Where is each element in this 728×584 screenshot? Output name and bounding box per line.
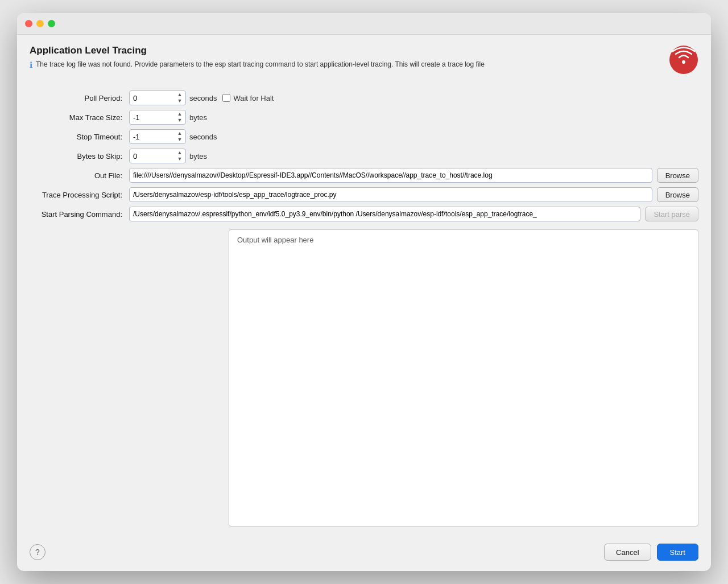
trace-processing-browse-button[interactable]: Browse bbox=[657, 187, 698, 202]
info-icon: ℹ bbox=[30, 60, 32, 69]
maximize-button[interactable] bbox=[48, 20, 55, 27]
bytes-to-skip-unit: bytes bbox=[189, 152, 207, 161]
bytes-to-skip-spinner: ▲ ▼ bbox=[129, 149, 186, 163]
header-left: Application Level Tracing ℹ The trace lo… bbox=[30, 45, 669, 69]
bytes-to-skip-label: Bytes to Skip: bbox=[30, 152, 129, 161]
output-section: Output will appear here bbox=[30, 227, 698, 527]
wait-for-halt-checkbox[interactable] bbox=[222, 94, 230, 102]
close-button[interactable] bbox=[25, 20, 32, 27]
poll-period-spinner-btns: ▲ ▼ bbox=[175, 92, 185, 104]
max-trace-size-row: Max Trace Size: ▲ ▼ bytes bbox=[30, 108, 698, 127]
output-label-spacer bbox=[30, 227, 129, 527]
out-file-input-group: Browse bbox=[129, 168, 698, 183]
wait-for-halt-group: Wait for Halt bbox=[222, 94, 274, 102]
stop-timeout-input-group: ▲ ▼ seconds bbox=[129, 129, 217, 144]
max-trace-size-decrement[interactable]: ▼ bbox=[175, 117, 185, 124]
out-file-browse-button[interactable]: Browse bbox=[657, 168, 698, 183]
trace-processing-input[interactable] bbox=[129, 187, 652, 202]
stop-timeout-increment[interactable]: ▲ bbox=[175, 130, 185, 137]
trace-processing-input-group: Browse bbox=[129, 187, 698, 202]
poll-period-input-group: ▲ ▼ seconds Wait for Halt bbox=[129, 91, 274, 105]
svg-point-1 bbox=[682, 60, 685, 64]
out-file-label: Out File: bbox=[30, 171, 129, 180]
wait-for-halt-label: Wait for Halt bbox=[233, 94, 274, 102]
output-textarea[interactable]: Output will appear here bbox=[229, 229, 698, 527]
start-button[interactable]: Start bbox=[657, 544, 698, 561]
trace-processing-row: Trace Processing Script: Browse bbox=[30, 185, 698, 204]
action-buttons: Cancel Start bbox=[604, 544, 698, 561]
bytes-to-skip-input-group: ▲ ▼ bytes bbox=[129, 149, 207, 163]
start-parsing-input-group: Start parse bbox=[129, 207, 698, 221]
stop-timeout-unit: seconds bbox=[189, 133, 217, 141]
form-section: Poll Period: ▲ ▼ seconds Wait for Halt bbox=[30, 88, 698, 224]
main-window: Application Level Tracing ℹ The trace lo… bbox=[17, 13, 711, 571]
stop-timeout-spinner-btns: ▲ ▼ bbox=[175, 130, 185, 143]
stop-timeout-decrement[interactable]: ▼ bbox=[175, 137, 185, 143]
poll-period-increment[interactable]: ▲ bbox=[175, 92, 185, 98]
poll-period-unit: seconds bbox=[189, 94, 217, 102]
cancel-button[interactable]: Cancel bbox=[604, 544, 651, 561]
minimize-button[interactable] bbox=[36, 20, 44, 27]
poll-period-decrement[interactable]: ▼ bbox=[175, 98, 185, 104]
bytes-to-skip-increment[interactable]: ▲ bbox=[175, 150, 185, 156]
max-trace-size-spinner-btns: ▲ ▼ bbox=[175, 111, 185, 124]
start-parsing-input[interactable] bbox=[129, 207, 640, 221]
page-title: Application Level Tracing bbox=[30, 45, 669, 56]
info-row: ℹ The trace log file was not found. Prov… bbox=[30, 60, 669, 69]
main-content: Application Level Tracing ℹ The trace lo… bbox=[17, 35, 711, 536]
help-button[interactable]: ? bbox=[30, 544, 46, 560]
poll-period-row: Poll Period: ▲ ▼ seconds Wait for Halt bbox=[30, 88, 698, 108]
start-parse-button[interactable]: Start parse bbox=[645, 207, 698, 221]
max-trace-size-spinner: ▲ ▼ bbox=[129, 110, 186, 125]
bytes-to-skip-spinner-btns: ▲ ▼ bbox=[175, 150, 185, 162]
start-parsing-row: Start Parsing Command: Start parse bbox=[30, 204, 698, 224]
out-file-row: Out File: Browse bbox=[30, 166, 698, 185]
trace-processing-label: Trace Processing Script: bbox=[30, 191, 129, 199]
max-trace-size-increment[interactable]: ▲ bbox=[175, 111, 185, 117]
bytes-to-skip-row: Bytes to Skip: ▲ ▼ bytes bbox=[30, 146, 698, 166]
stop-timeout-row: Stop Timeout: ▲ ▼ seconds bbox=[30, 127, 698, 146]
out-file-input[interactable] bbox=[129, 168, 652, 183]
bytes-to-skip-decrement[interactable]: ▼ bbox=[175, 156, 185, 162]
logo-icon bbox=[669, 45, 698, 75]
stop-timeout-label: Stop Timeout: bbox=[30, 133, 129, 141]
start-parsing-label: Start Parsing Command: bbox=[30, 210, 129, 219]
poll-period-spinner: ▲ ▼ bbox=[129, 91, 186, 105]
titlebar bbox=[17, 13, 711, 35]
svg-point-0 bbox=[669, 46, 698, 74]
max-trace-size-input-group: ▲ ▼ bytes bbox=[129, 110, 207, 125]
max-trace-size-unit: bytes bbox=[189, 113, 207, 122]
max-trace-size-label: Max Trace Size: bbox=[30, 113, 129, 122]
poll-period-label: Poll Period: bbox=[30, 94, 129, 102]
stop-timeout-spinner: ▲ ▼ bbox=[129, 129, 186, 144]
traffic-lights bbox=[25, 20, 55, 27]
bottom-bar: ? Cancel Start bbox=[17, 536, 711, 571]
header-row: Application Level Tracing ℹ The trace lo… bbox=[30, 45, 698, 75]
info-text: The trace log file was not found. Provid… bbox=[36, 60, 485, 69]
